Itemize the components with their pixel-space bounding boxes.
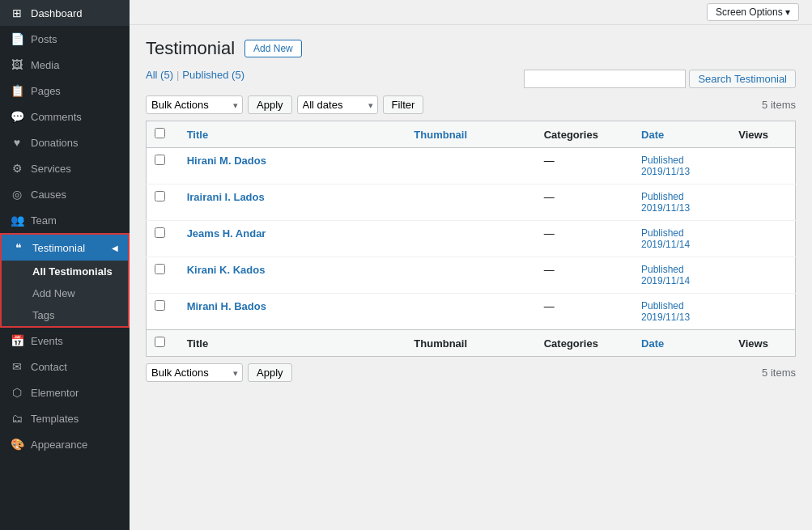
sidebar-item-label: Elementor: [31, 387, 79, 399]
row-checkbox[interactable]: [155, 155, 165, 165]
sidebar-item-dashboard[interactable]: ⊞ Dashboard: [0, 0, 130, 26]
sidebar-item-services[interactable]: ⚙ Services: [0, 155, 130, 181]
row-views-5: [730, 294, 795, 330]
row-title-4: Kirani K. Kados: [179, 257, 406, 294]
row-title-link[interactable]: Kirani K. Kados: [187, 264, 266, 276]
filter-published-count: (5): [232, 69, 244, 81]
filter-all[interactable]: All (5): [146, 69, 173, 81]
collapse-icon: ◀: [112, 244, 118, 252]
main-area: Screen Options ▾ Testimonial Add New All…: [130, 0, 812, 530]
row-thumbnail-4: [406, 257, 535, 294]
filter-published[interactable]: Published (5): [182, 69, 244, 81]
sidebar-item-comments[interactable]: 💬 Comments: [0, 104, 130, 129]
select-all-checkbox[interactable]: [155, 128, 165, 138]
footer-categories-col: Categories: [536, 330, 633, 357]
row-date-3: Published 2019/11/14: [633, 221, 730, 257]
header-views-col: Views: [730, 121, 795, 148]
search-input[interactable]: [524, 70, 686, 88]
table-row: Irairani I. Lados — Published 2019/11/13: [147, 184, 796, 221]
row-checkbox[interactable]: [155, 191, 165, 201]
row-checkbox[interactable]: [155, 264, 165, 274]
dashboard-icon: ⊞: [10, 6, 24, 19]
sidebar-item-label: Media: [31, 59, 59, 71]
sidebar-item-media[interactable]: 🖼 Media: [0, 52, 130, 78]
sidebar-item-events[interactable]: 📅 Events: [0, 328, 130, 354]
causes-icon: ◎: [10, 188, 24, 201]
filter-links: All (5) | Published (5): [146, 69, 244, 81]
filter-button[interactable]: Filter: [383, 95, 424, 114]
row-date-2: Published 2019/11/13: [633, 184, 730, 221]
sidebar-item-label: Contact: [31, 361, 67, 373]
row-date-status: Published: [641, 300, 684, 312]
row-views-1: [730, 148, 795, 184]
apply-button-top[interactable]: Apply: [248, 95, 292, 114]
posts-icon: 📄: [10, 32, 24, 45]
row-checkbox[interactable]: [155, 300, 165, 311]
header-title-col[interactable]: Title: [179, 121, 406, 148]
sidebar-item-label: Comments: [31, 111, 82, 123]
footer-thumbnail-col: Thumbnail: [406, 330, 535, 357]
sidebar-item-templates[interactable]: 🗂 Templates: [0, 405, 130, 431]
sidebar-item-testimonial[interactable]: ❝ Testimonial ◀: [2, 235, 128, 261]
content-area: Testimonial Add New All (5) | Published …: [130, 25, 812, 530]
apply-button-bottom[interactable]: Apply: [248, 363, 292, 382]
page-header: Testimonial Add New: [146, 38, 796, 59]
sidebar-item-causes[interactable]: ◎ Causes: [0, 181, 130, 207]
row-title-link[interactable]: Jeams H. Andar: [187, 227, 266, 240]
select-all-footer-checkbox[interactable]: [155, 337, 165, 347]
row-title-link[interactable]: Mirani H. Bados: [187, 300, 266, 312]
sidebar-item-pages[interactable]: 📋 Pages: [0, 78, 130, 104]
filter-all-link[interactable]: All (5): [146, 69, 173, 81]
screen-options-bar: Screen Options ▾: [130, 0, 812, 25]
row-thumbnail-5: [406, 294, 535, 330]
row-date-value: 2019/11/14: [641, 275, 722, 286]
sidebar-item-appearance[interactable]: 🎨 Appearance: [0, 431, 130, 457]
search-area: Search Testimonial: [524, 70, 796, 88]
filter-all-count: (5): [160, 69, 173, 81]
row-date-status: Published: [641, 227, 684, 239]
date-filter-select[interactable]: All dates: [297, 95, 378, 114]
row-categories-2: —: [536, 184, 633, 221]
pages-icon: 📋: [10, 84, 24, 97]
header-categories-col: Categories: [536, 121, 633, 148]
testimonial-section: ❝ Testimonial ◀ All Testimonials Add New…: [0, 233, 130, 328]
testimonial-submenu: All Testimonials Add New Tags: [2, 261, 128, 326]
row-categories-4: —: [536, 257, 633, 294]
row-views-4: [730, 257, 795, 294]
sidebar-item-team[interactable]: 👥 Team: [0, 207, 130, 233]
submenu-item-tags[interactable]: Tags: [2, 304, 128, 326]
row-title-2: Irairani I. Lados: [179, 184, 406, 221]
sidebar-item-donations[interactable]: ♥ Donations: [0, 129, 130, 155]
testimonial-icon: ❝: [11, 241, 26, 254]
team-icon: 👥: [10, 214, 24, 227]
row-title-link[interactable]: Hirani M. Dados: [187, 155, 266, 167]
sidebar-item-elementor[interactable]: ⬡ Elementor: [0, 379, 130, 405]
sidebar-item-posts[interactable]: 📄 Posts: [0, 26, 130, 52]
sidebar-item-label: Dashboard: [31, 7, 83, 19]
add-new-button[interactable]: Add New: [244, 40, 302, 57]
sidebar-item-contact[interactable]: ✉ Contact: [0, 354, 130, 379]
header-thumbnail-col[interactable]: Thumbnail: [406, 121, 535, 148]
sidebar-item-label: Templates: [31, 413, 79, 425]
row-date-status: Published: [641, 191, 684, 202]
row-checkbox[interactable]: [155, 227, 165, 238]
sidebar-item-label: Services: [31, 163, 71, 175]
bulk-actions-wrapper: Bulk Actions: [146, 95, 243, 114]
submenu-item-add-new[interactable]: Add New: [2, 282, 128, 304]
search-button[interactable]: Search Testimonial: [689, 70, 796, 88]
header-date-col[interactable]: Date: [633, 121, 730, 148]
screen-options-button[interactable]: Screen Options ▾: [707, 3, 799, 21]
sidebar-item-label: Events: [31, 335, 63, 347]
filter-sep: |: [176, 69, 179, 81]
services-icon: ⚙: [10, 162, 24, 175]
submenu-item-all-testimonials[interactable]: All Testimonials: [2, 261, 128, 282]
media-icon: 🖼: [10, 58, 24, 71]
table-row: Hirani M. Dados — Published 2019/11/13: [147, 148, 796, 184]
filter-published-link[interactable]: Published (5): [182, 69, 244, 81]
row-title-link[interactable]: Irairani I. Lados: [187, 191, 265, 203]
row-checkbox-3: [147, 221, 179, 257]
sidebar-item-label: Testimonial: [32, 242, 85, 254]
bulk-actions-select[interactable]: Bulk Actions: [146, 95, 243, 114]
bottom-bulk-actions-select[interactable]: Bulk Actions: [146, 363, 243, 382]
table-body: Hirani M. Dados — Published 2019/11/13 I…: [147, 148, 796, 330]
